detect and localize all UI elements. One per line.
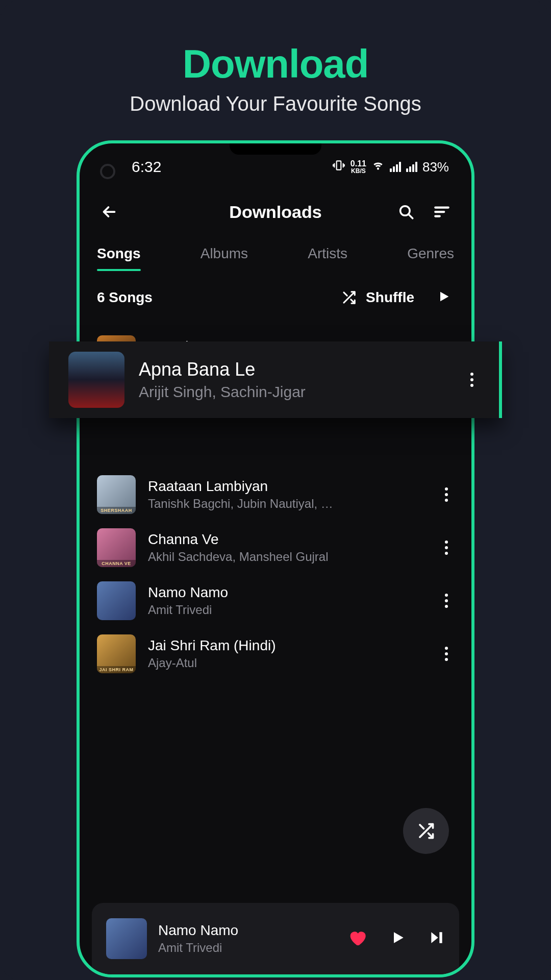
- song-artist: Akhil Sachdeva, Mansheel Gujral: [148, 550, 427, 564]
- song-artist: Amit Trivedi: [148, 603, 427, 617]
- song-more-button[interactable]: [439, 647, 454, 661]
- shuffle-fab[interactable]: [403, 808, 449, 854]
- song-title: Apna Bana Le: [139, 359, 450, 380]
- battery-percent: 83%: [422, 159, 449, 175]
- sort-button[interactable]: [431, 201, 453, 223]
- song-title: Jai Shri Ram (Hindi): [148, 638, 427, 654]
- song-thumb: JAI SHRI RAM: [97, 634, 136, 673]
- svg-rect-0: [336, 161, 341, 169]
- songs-count: 6 Songs: [97, 289, 153, 306]
- favorite-button[interactable]: [347, 927, 367, 950]
- song-title: Raataan Lambiyan: [148, 478, 427, 495]
- vibrate-icon: [332, 159, 345, 175]
- back-button[interactable]: [98, 201, 120, 223]
- song-more-button[interactable]: [439, 594, 454, 608]
- song-artist: Arijit Singh, Sachin-Jigar: [139, 383, 450, 401]
- hero-subtitle: Download Your Favourite Songs: [0, 92, 551, 115]
- song-thumb: SHERSHAAH: [97, 475, 136, 514]
- song-row[interactable]: Namo Namo Amit Trivedi: [92, 574, 459, 627]
- hero-title: Download: [0, 41, 551, 87]
- list-header: 6 Songs Shuffle: [92, 271, 459, 316]
- phone-frame: 6:32 0.11 KB/S: [77, 140, 474, 977]
- song-artist: Ajay-Atul: [148, 656, 427, 670]
- tab-albums[interactable]: Albums: [201, 246, 248, 271]
- tab-genres[interactable]: Genres: [407, 246, 454, 271]
- tab-artists[interactable]: Artists: [308, 246, 347, 271]
- song-row[interactable]: CHANNA VE Channa Ve Akhil Sachdeva, Mans…: [92, 521, 459, 574]
- tabs: Songs Albums Artists Genres: [92, 228, 459, 271]
- song-thumb: [97, 581, 136, 620]
- now-playing-title: Namo Namo: [158, 922, 336, 939]
- status-time: 6:32: [132, 158, 161, 176]
- song-more-button[interactable]: [464, 373, 480, 387]
- song-thumb: CHANNA VE: [97, 528, 136, 567]
- song-title: Channa Ve: [148, 531, 427, 548]
- song-more-button[interactable]: [439, 541, 454, 555]
- page-title: Downloads: [156, 202, 395, 222]
- signal-icon: [390, 162, 401, 172]
- network-speed: 0.11 KB/S: [350, 160, 366, 174]
- search-button[interactable]: [395, 201, 417, 223]
- song-artist: Tanishk Bagchi, Jubin Nautiyal, …: [148, 497, 427, 511]
- song-row[interactable]: SHERSHAAH Raataan Lambiyan Tanishk Bagch…: [92, 468, 459, 521]
- wifi-icon: [371, 159, 385, 175]
- now-playing-artist: Amit Trivedi: [158, 941, 336, 955]
- song-more-button[interactable]: [439, 487, 454, 502]
- tab-songs[interactable]: Songs: [97, 246, 141, 271]
- shuffle-button[interactable]: Shuffle: [341, 289, 414, 306]
- play-button[interactable]: [390, 929, 406, 948]
- play-all-button[interactable]: [437, 289, 451, 306]
- song-row[interactable]: JAI SHRI RAM Jai Shri Ram (Hindi) Ajay-A…: [92, 627, 459, 680]
- now-playing-thumb: [106, 918, 147, 959]
- song-title: Namo Namo: [148, 584, 427, 601]
- next-button[interactable]: [429, 929, 445, 948]
- svg-point-1: [400, 206, 410, 215]
- shuffle-label: Shuffle: [366, 289, 414, 306]
- featured-song-row[interactable]: Apna Bana Le Arijit Singh, Sachin-Jigar: [49, 341, 502, 418]
- app-header: Downloads: [92, 187, 459, 228]
- song-thumb: [68, 352, 124, 408]
- signal-icon-2: [406, 162, 417, 172]
- now-playing-bar[interactable]: Namo Namo Amit Trivedi: [92, 903, 459, 974]
- status-bar: 6:32 0.11 KB/S: [92, 146, 459, 187]
